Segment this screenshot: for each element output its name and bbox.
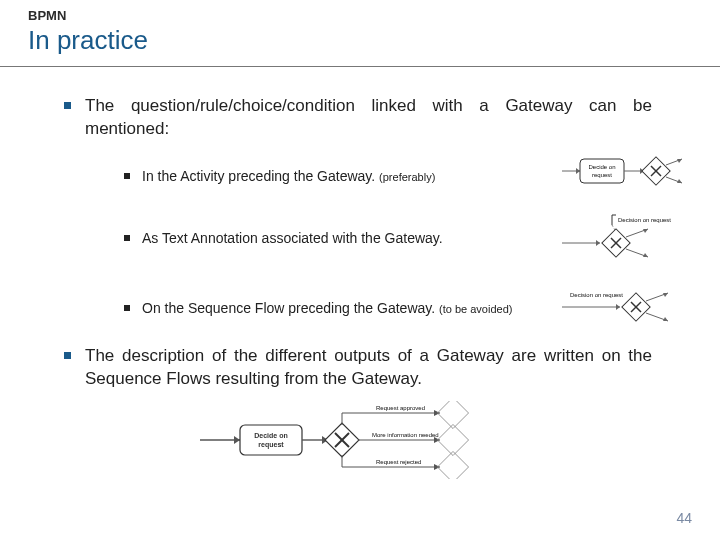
- subbullet-row: In the Activity preceding the Gateway. (…: [28, 151, 692, 191]
- bullet-text: The question/rule/choice/condition linke…: [85, 95, 692, 141]
- diagram-outputs: Decide on request Request approved More …: [28, 401, 692, 479]
- svg-marker-33: [234, 436, 240, 444]
- slide-content: The question/rule/choice/condition linke…: [0, 95, 720, 479]
- svg-text:request: request: [592, 172, 612, 178]
- bullet-note: (preferably): [379, 171, 435, 183]
- bullet-level2: On the Sequence Flow preceding the Gatew…: [28, 299, 558, 317]
- svg-text:request: request: [258, 441, 284, 449]
- bullet-text: In the Activity preceding the Gateway. (…: [142, 167, 558, 185]
- page-number: 44: [676, 510, 692, 526]
- subbullet-row: On the Sequence Flow preceding the Gatew…: [28, 283, 692, 323]
- diagram-annotation-label: Decision on request: [618, 217, 671, 223]
- slide-supertitle: BPMN: [28, 8, 692, 23]
- bullet-marker: [64, 102, 71, 109]
- svg-marker-24: [616, 304, 620, 310]
- diagram-activity-preceding: Decide on request: [562, 151, 692, 191]
- diagram-output-mid-label: More information needed: [372, 432, 439, 438]
- bullet-marker: [64, 352, 71, 359]
- diagram-flow-label: Decision on request: [570, 292, 623, 298]
- slide-title: In practice: [28, 25, 692, 56]
- diagram-activity-label: Decide on: [588, 164, 615, 170]
- bullet-note: (to be avoided): [439, 303, 512, 315]
- slide-header: BPMN In practice: [0, 0, 720, 66]
- svg-rect-2: [580, 159, 624, 183]
- diagram-output-top-label: Request approved: [376, 405, 425, 411]
- bullet-level2: As Text Annotation associated with the G…: [28, 229, 558, 247]
- bullet-marker: [124, 305, 130, 311]
- subbullet-row: As Text Annotation associated with the G…: [28, 213, 692, 261]
- bullet-level1: The question/rule/choice/condition linke…: [28, 95, 692, 141]
- bullet-marker: [124, 173, 130, 179]
- diagram-text-annotation: Decision on request: [562, 213, 692, 261]
- bullet-text: On the Sequence Flow preceding the Gatew…: [142, 299, 558, 317]
- bullet-level2: In the Activity preceding the Gateway. (…: [28, 167, 558, 185]
- bullet-marker: [124, 235, 130, 241]
- svg-text:Decide on: Decide on: [254, 432, 287, 439]
- diagram-output-bot-label: Request rejected: [376, 459, 421, 465]
- header-divider: [0, 66, 720, 67]
- bullet-text: The description of the different outputs…: [85, 345, 692, 391]
- bullet-text: As Text Annotation associated with the G…: [142, 229, 558, 247]
- svg-marker-1: [576, 168, 580, 174]
- diagram-sequence-flow: Decision on request: [562, 283, 692, 323]
- svg-rect-34: [240, 425, 302, 455]
- bullet-main-text: In the Activity preceding the Gateway.: [142, 168, 379, 184]
- svg-marker-15: [596, 240, 600, 246]
- bullet-level1: The description of the different outputs…: [28, 345, 692, 391]
- bullet-main-text: On the Sequence Flow preceding the Gatew…: [142, 300, 439, 316]
